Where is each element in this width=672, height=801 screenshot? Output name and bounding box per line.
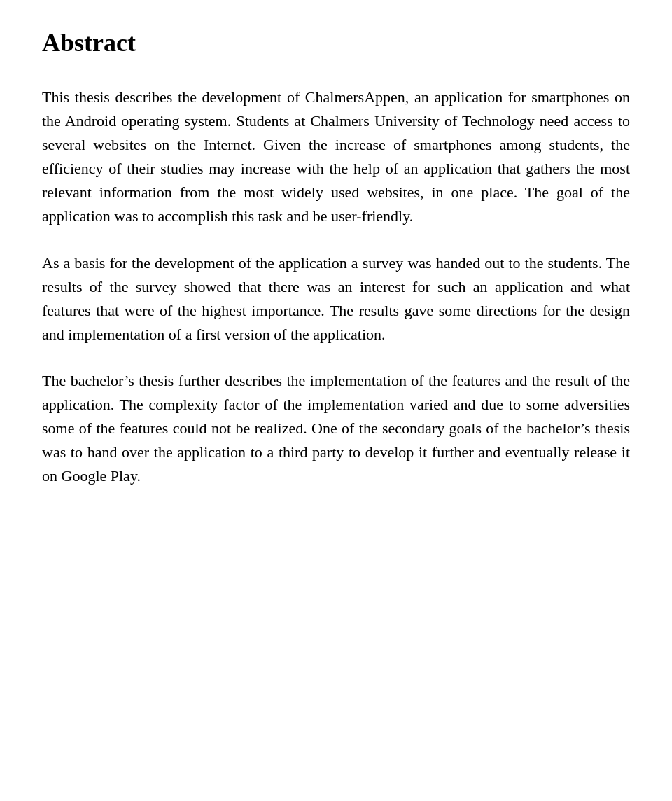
page-title: Abstract [42, 28, 630, 57]
paragraph-1: This thesis describes the development of… [42, 85, 630, 229]
abstract-body: This thesis describes the development of… [42, 85, 630, 488]
paragraph-2: As a basis for the development of the ap… [42, 251, 630, 347]
paragraph-3: The bachelor’s thesis further describes … [42, 369, 630, 488]
